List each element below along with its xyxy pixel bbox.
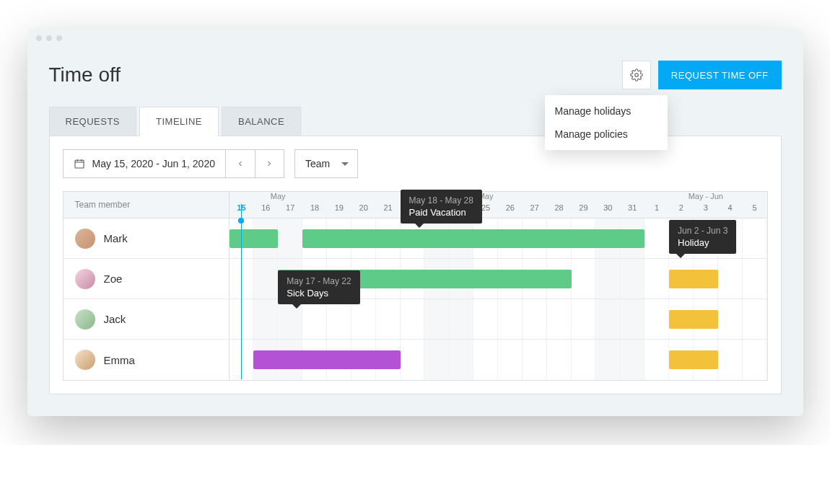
day-header-cell: 27	[523, 203, 547, 218]
tooltip: May 18 - May 28Paid Vacation	[401, 190, 482, 224]
svg-point-0	[635, 74, 639, 77]
chevron-left-icon	[236, 159, 245, 168]
date-range-button[interactable]: May 15, 2020 - Jun 1, 2020	[64, 150, 226, 177]
day-header-cell: 29	[572, 203, 596, 218]
tooltip-label: Paid Vacation	[409, 207, 473, 218]
scope-label: Team	[305, 158, 330, 169]
tooltip-label: Holiday	[678, 237, 728, 248]
avatar	[75, 269, 95, 289]
window-titlebar	[27, 29, 803, 48]
tooltip-label: Sick Days	[287, 288, 351, 299]
day-header-cell: 2	[669, 203, 694, 218]
tooltip-dates: May 17 - May 22	[287, 276, 351, 286]
page-title: Time off	[49, 63, 121, 87]
date-next-button[interactable]	[255, 150, 284, 177]
member-cell: Jack	[64, 299, 230, 339]
timeline-panel: May 15, 2020 - Jun 1, 2020 Team	[49, 136, 782, 394]
date-range-picker: May 15, 2020 - Jun 1, 2020	[63, 149, 284, 178]
calendar-icon	[74, 158, 85, 169]
timeline-row: JackMay 17 - May 22Sick Days	[64, 299, 767, 340]
avatar	[75, 229, 95, 249]
svg-rect-1	[75, 160, 84, 168]
window-dot	[56, 35, 62, 41]
gear-icon	[630, 68, 643, 81]
day-header-cell: 1	[645, 203, 669, 218]
day-header-cell: 21	[376, 203, 401, 218]
tooltip: Jun 2 - Jun 3Holiday	[669, 220, 736, 254]
tabs: REQUESTS TIMELINE BALANCE	[49, 107, 782, 136]
month-label: May - Jun	[645, 192, 766, 203]
window-dot	[46, 35, 52, 41]
member-name: Mark	[104, 232, 128, 244]
timeoff-bar[interactable]	[253, 350, 400, 369]
day-header-cell: 5	[743, 203, 767, 218]
date-prev-button[interactable]	[226, 150, 255, 177]
timeoff-bar[interactable]	[230, 229, 279, 248]
chevron-right-icon	[265, 159, 274, 168]
member-name: Emma	[104, 354, 135, 366]
tooltip: May 17 - May 22Sick Days	[278, 270, 359, 304]
timeline-grid: Team member MayMayMay - Jun 151617181920…	[63, 191, 768, 381]
request-time-off-button[interactable]: REQUEST TIME OFF	[658, 61, 782, 89]
month-label: May	[230, 192, 327, 203]
tab-balance[interactable]: BALANCE	[222, 107, 301, 136]
day-header-cell: 17	[278, 203, 302, 218]
day-header-cell: 26	[498, 203, 523, 218]
settings-button[interactable]	[622, 61, 651, 89]
timeline-row: MarkMay 18 - May 28Paid Vacation	[64, 218, 767, 259]
timeline-row: Emma	[64, 340, 767, 380]
member-cell: Zoe	[64, 259, 230, 299]
today-dot	[238, 218, 244, 224]
avatar	[75, 309, 95, 330]
day-header-cell: 31	[620, 203, 645, 218]
menu-manage-policies[interactable]: Manage policies	[545, 123, 668, 146]
timeoff-bar[interactable]	[669, 270, 718, 288]
timeoff-bar[interactable]	[669, 310, 718, 329]
timeoff-bar[interactable]	[302, 229, 645, 248]
menu-manage-holidays[interactable]: Manage holidays	[545, 100, 668, 123]
day-header-cell: 4	[718, 203, 743, 218]
tooltip-dates: May 18 - May 28	[409, 195, 473, 205]
day-header-cell: 18	[302, 203, 327, 218]
member-name: Jack	[104, 313, 126, 325]
chevron-down-icon	[341, 162, 349, 166]
member-cell: Mark	[64, 218, 230, 258]
window-dot	[36, 35, 42, 41]
date-range-label: May 15, 2020 - Jun 1, 2020	[92, 158, 215, 169]
day-header-cell: 30	[595, 203, 620, 218]
member-header: Team member	[64, 192, 230, 218]
bars-cell: May 17 - May 22Sick Days	[230, 299, 767, 339]
member-cell: Emma	[64, 340, 230, 380]
scope-select[interactable]: Team	[294, 149, 358, 178]
tab-requests[interactable]: REQUESTS	[49, 107, 137, 136]
timeline-row: ZoeJun 2 - Jun 3Holiday	[64, 259, 767, 299]
day-header-cell: 16	[253, 203, 278, 218]
bars-cell	[230, 340, 767, 380]
today-line	[241, 204, 242, 379]
tooltip-dates: Jun 2 - Jun 3	[678, 226, 728, 236]
timeoff-bar[interactable]	[669, 350, 718, 369]
avatar	[75, 350, 95, 370]
day-header-cell: 20	[351, 203, 376, 218]
day-header-cell: 19	[327, 203, 351, 218]
settings-dropdown: Manage holidays Manage policies	[545, 95, 668, 150]
app-window: Time off REQUEST TIME OFF Manage holiday…	[27, 29, 803, 416]
tab-timeline[interactable]: TIMELINE	[139, 107, 219, 136]
day-header-cell: 28	[547, 203, 572, 218]
month-label: May	[327, 192, 645, 203]
member-name: Zoe	[104, 273, 123, 285]
day-header-cell: 3	[694, 203, 718, 218]
